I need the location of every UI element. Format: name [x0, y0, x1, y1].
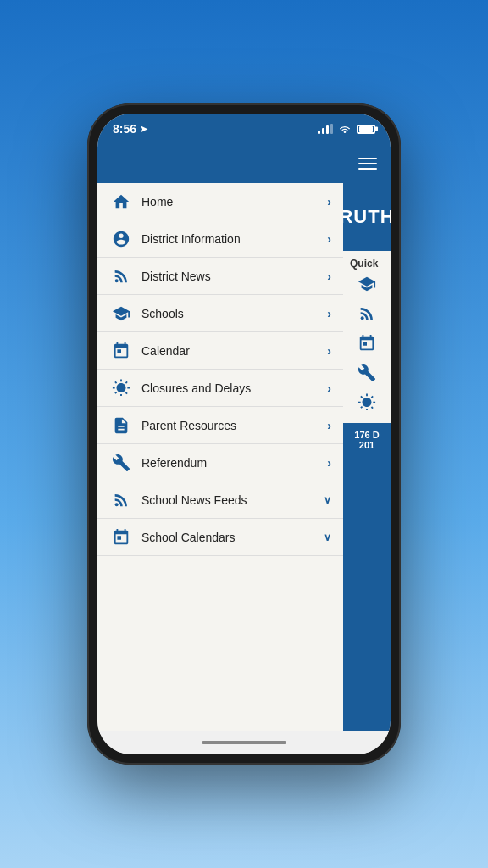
clock: 8:56 [113, 122, 136, 136]
calendar-icon [109, 339, 133, 363]
status-bar: 8:56 ➤ [97, 114, 391, 144]
menu-item-calendar[interactable]: Calendar › [97, 332, 343, 370]
quick-icon-schools[interactable] [358, 275, 376, 298]
rss-icon [109, 264, 133, 288]
battery-icon [357, 125, 375, 134]
person-circle-icon [109, 227, 133, 251]
quick-icon-sun[interactable] [358, 393, 376, 416]
menu-label-referendum: Referendum [141, 456, 327, 470]
home-icon [109, 190, 133, 214]
chevron-right-icon: › [327, 381, 331, 395]
menu-label-schools: Schools [141, 307, 327, 320]
home-indicator [202, 741, 286, 744]
right-panel: RUTH Quick [343, 183, 391, 731]
quick-links-section: Quick [343, 251, 391, 423]
chevron-right-icon: › [327, 419, 331, 432]
wifi-icon [338, 123, 352, 136]
right-panel-title: RUTH [343, 183, 391, 251]
school-title-text: RUTH [343, 206, 391, 228]
location-icon: ➤ [140, 124, 147, 135]
quick-icons-list [350, 275, 384, 416]
menu-label-calendar: Calendar [141, 344, 327, 358]
menu-item-referendum[interactable]: Referendum › [97, 444, 343, 481]
menu-item-school-news-feeds[interactable]: School News Feeds ∨ [97, 481, 343, 519]
chevron-down-icon: ∨ [324, 531, 331, 543]
phone-screen: 8:56 ➤ [97, 114, 391, 754]
calendar2-icon [109, 526, 133, 549]
menu-label-home: Home [141, 195, 327, 209]
quick-icon-rss[interactable] [358, 304, 376, 327]
menu-label-district-news: District News [141, 270, 327, 283]
menu-label-school-calendars: School Calendars [141, 531, 324, 544]
menu-label-district-information: District Information [141, 232, 327, 246]
svg-point-2 [361, 316, 364, 320]
nav-header [97, 144, 391, 183]
main-content: Home › District Information › [97, 183, 391, 731]
menu-item-schools[interactable]: Schools › [97, 295, 343, 332]
phone-device: 8:56 ➤ [87, 103, 401, 765]
chevron-right-icon: › [327, 195, 331, 209]
rss2-icon [109, 488, 133, 512]
chevron-right-icon: › [327, 232, 331, 246]
chevron-right-icon: › [327, 270, 331, 283]
sun-icon [109, 376, 133, 400]
chevron-down-icon: ∨ [324, 494, 331, 506]
menu-label-closures-delays: Closures and Delays [141, 381, 327, 395]
menu-item-closures-delays[interactable]: Closures and Delays › [97, 370, 343, 407]
menu-item-parent-resources[interactable]: Parent Resources › [97, 407, 343, 444]
menu-panel: Home › District Information › [97, 183, 343, 731]
quick-links-label: Quick [350, 258, 384, 270]
chevron-right-icon: › [327, 307, 331, 320]
graduation-cap-icon [109, 302, 133, 326]
menu-item-district-news[interactable]: District News › [97, 258, 343, 295]
home-bar [97, 731, 391, 754]
menu-label-school-news-feeds: School News Feeds [141, 493, 324, 507]
document-icon [109, 414, 133, 437]
menu-item-district-information[interactable]: District Information › [97, 220, 343, 258]
right-panel-bottom: 176 D 201 [343, 423, 391, 731]
svg-point-0 [115, 279, 119, 282]
bottom-text: 176 D 201 [354, 430, 379, 450]
svg-point-1 [115, 503, 119, 506]
hamburger-button[interactable] [358, 158, 377, 170]
signal-icon [318, 124, 333, 134]
status-icons [318, 123, 375, 136]
menu-label-parent-resources: Parent Resources [141, 419, 327, 432]
menu-item-home[interactable]: Home › [97, 183, 343, 220]
status-time: 8:56 ➤ [113, 122, 147, 136]
quick-icon-wrench[interactable] [358, 364, 376, 387]
chevron-right-icon: › [327, 456, 331, 470]
menu-item-school-calendars[interactable]: School Calendars ∨ [97, 519, 343, 556]
quick-icon-calendar[interactable] [358, 334, 376, 357]
wrench-icon [109, 451, 133, 475]
chevron-right-icon: › [327, 344, 331, 358]
